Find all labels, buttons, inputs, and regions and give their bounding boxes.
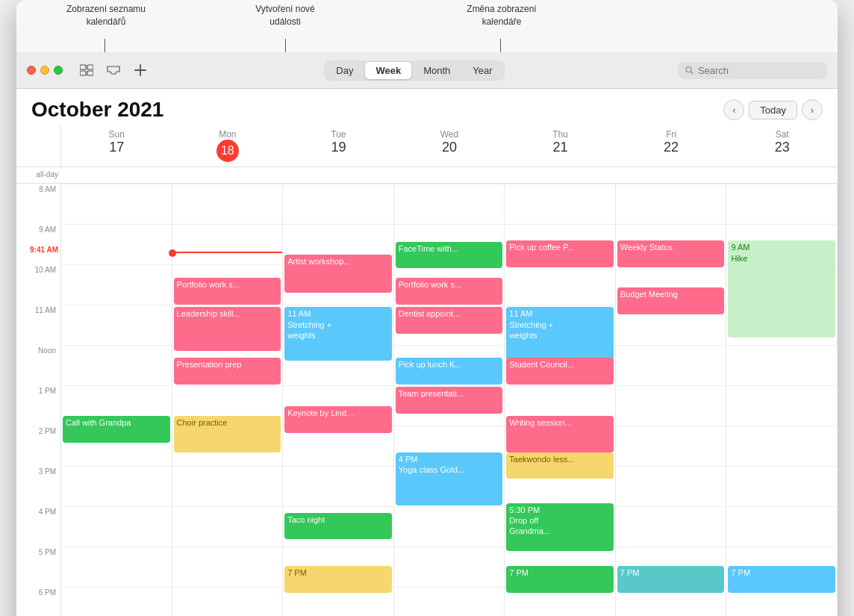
toolbar-icons: [76, 60, 151, 81]
event-e14[interactable]: Pick up lunch K...: [396, 358, 503, 385]
day-col-1: Portfolio work s...Leadership skill...Pr…: [172, 184, 284, 616]
add-event-icon[interactable]: [130, 60, 151, 81]
event-e15[interactable]: Student Council...: [506, 358, 614, 385]
event-e19[interactable]: Choir practice: [174, 416, 281, 452]
time-label: 9 AM: [16, 224, 61, 264]
event-e12[interactable]: 11 AM Stretching + weights: [506, 307, 614, 360]
event-e22[interactable]: Taekwondo less...: [506, 452, 614, 479]
svg-rect-1: [87, 65, 93, 69]
day-header-tue: Tue19: [283, 125, 394, 167]
day-col-4: Pick up coffee P...11 AM Stretching + we…: [505, 184, 616, 616]
time-label: 3 PM: [16, 466, 61, 506]
search-box[interactable]: [678, 62, 827, 79]
today-button[interactable]: Today: [749, 101, 797, 119]
annotation-bar: Zobrazení seznamukalendářů Vytvoření nov…: [16, 0, 838, 52]
time-label: 10 AM: [16, 264, 61, 305]
event-e11[interactable]: Dentist appoint...: [396, 307, 503, 334]
event-e5[interactable]: 9 AM Hike: [728, 240, 835, 337]
time-label: 5 PM: [16, 547, 61, 587]
day-header-mon: Mon18: [172, 125, 284, 167]
tab-week[interactable]: Week: [365, 62, 411, 79]
allday-tue: [283, 167, 394, 183]
event-e27[interactable]: 7 PM: [617, 566, 725, 593]
event-e25[interactable]: 7 PM: [284, 566, 392, 593]
event-e20[interactable]: Writing session...: [506, 416, 614, 452]
event-e1[interactable]: Artist workshop...: [284, 255, 392, 293]
day-col-2: Artist workshop...11 AM Stretching + wei…: [283, 184, 394, 616]
day-header-sat: Sat23: [726, 125, 838, 167]
annotation-calendars: Zobrazení seznamukalendářů: [61, 3, 151, 28]
tab-year[interactable]: Year: [462, 62, 502, 79]
svg-line-5: [691, 72, 693, 73]
traffic-lights: [27, 66, 63, 75]
current-time-line: [172, 252, 283, 253]
month-title: October 2021: [31, 98, 163, 122]
prev-button[interactable]: ‹: [723, 99, 744, 120]
calendar-grid-container: 8 AM9 AM10 AM11 AMNoon1 PM2 PM3 PM4 PM5 …: [16, 184, 838, 616]
time-column: 8 AM9 AM10 AM11 AMNoon1 PM2 PM3 PM4 PM5 …: [16, 184, 61, 616]
allday-label: all-day: [16, 167, 61, 183]
event-e3[interactable]: Pick up coffee P...: [506, 240, 614, 267]
search-icon: [685, 66, 694, 75]
tab-month[interactable]: Month: [413, 62, 461, 79]
allday-row: all-day: [16, 167, 838, 184]
allday-sun: [61, 167, 172, 183]
allday-wed: [394, 167, 505, 183]
search-input[interactable]: [698, 65, 820, 76]
allday-mon: [172, 167, 284, 183]
annotation-change-view: Změna zobrazeníkalendáře: [449, 3, 554, 28]
minimize-button[interactable]: [40, 66, 49, 75]
allday-sat: [726, 167, 838, 183]
app-window: Zobrazení seznamukalendářů Vytvoření nov…: [16, 0, 838, 616]
allday-thu: [505, 167, 616, 183]
event-e9[interactable]: Leadership skill...: [174, 307, 281, 350]
day-col-0: Call with Grandpa: [61, 184, 172, 616]
svg-rect-0: [80, 65, 86, 69]
day-headers: Sun17Mon18Tue19Wed20Thu21Fri22Sat23: [16, 125, 838, 167]
calendar-header: October 2021 ‹ Today ›: [16, 89, 838, 125]
day-header-thu: Thu21: [505, 125, 616, 167]
event-e8[interactable]: Budget Meeting: [617, 287, 725, 314]
view-tabs: Day Week Month Year: [324, 60, 504, 81]
tab-day[interactable]: Day: [325, 62, 364, 79]
svg-rect-2: [80, 71, 86, 75]
event-e24[interactable]: 5:30 PM Drop off Grandma...: [506, 503, 614, 552]
time-label: 8 AM: [16, 184, 61, 224]
annotation-new-event: Vytvoření novéudálosti: [240, 3, 330, 28]
event-e26[interactable]: 7 PM: [506, 566, 614, 593]
time-label: 11 AM: [16, 305, 61, 345]
close-button[interactable]: [27, 66, 36, 75]
event-e23[interactable]: Taco night: [284, 513, 392, 540]
nav-controls: ‹ Today ›: [723, 99, 823, 120]
maximize-button[interactable]: [54, 66, 63, 75]
time-label: 6 PM: [16, 587, 61, 616]
event-e7[interactable]: Portfolio work s...: [396, 278, 503, 305]
time-label: 2 PM: [16, 426, 61, 466]
day-col-6: 9 AM Hike7 PM: [726, 184, 838, 616]
time-label: Noon: [16, 345, 61, 385]
calendar-list-icon[interactable]: [76, 60, 97, 81]
titlebar: Day Week Month Year: [16, 52, 838, 89]
event-e2[interactable]: FaceTime with...: [396, 242, 503, 269]
calendar-grid: 8 AM9 AM10 AM11 AMNoon1 PM2 PM3 PM4 PM5 …: [16, 184, 838, 616]
event-e13[interactable]: Presentation prep: [174, 358, 281, 385]
event-e21[interactable]: 4 PM Yoga class Gold...: [396, 452, 503, 505]
event-e4[interactable]: Weekly Status: [617, 240, 725, 267]
event-e16[interactable]: Team presentati...: [396, 387, 503, 414]
day-header-sun: Sun17: [61, 125, 172, 167]
event-e6[interactable]: Portfolio work s...: [174, 278, 281, 305]
svg-rect-3: [87, 71, 93, 75]
allday-fri: [616, 167, 727, 183]
event-e10[interactable]: 11 AM Stretching + weights: [284, 307, 392, 360]
day-header-fri: Fri22: [616, 125, 727, 167]
event-e17[interactable]: Keynote by Lind...: [284, 406, 392, 433]
event-e18[interactable]: Call with Grandpa: [63, 416, 170, 443]
time-label: 4 PM: [16, 506, 61, 547]
day-header-wed: Wed20: [394, 125, 505, 167]
inbox-icon[interactable]: [103, 60, 124, 81]
day-col-5: Weekly StatusBudget Meeting7 PM: [616, 184, 727, 616]
next-button[interactable]: ›: [802, 99, 823, 120]
event-e28[interactable]: 7 PM: [728, 566, 835, 593]
day-col-3: FaceTime with...Portfolio work s...Denti…: [394, 184, 505, 616]
svg-point-4: [686, 66, 691, 72]
